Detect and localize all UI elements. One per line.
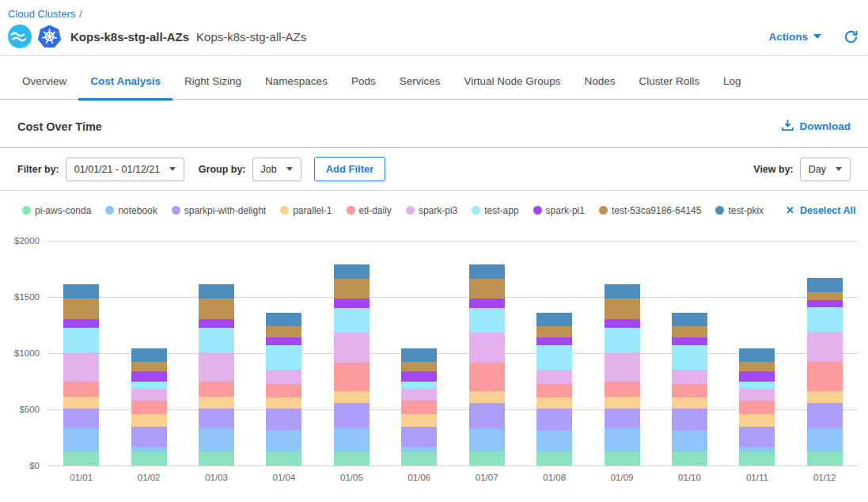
stacked-bar-01/09[interactable] — [605, 241, 640, 466]
bar-segment-test-53ca9186-64145[interactable] — [199, 299, 234, 320]
bar-segment-spark-pi3[interactable] — [131, 389, 167, 401]
legend-item-parallel-1[interactable]: parallel-1 — [280, 205, 332, 216]
bar-segment-notebook[interactable] — [63, 428, 99, 451]
bar-segment-test-app[interactable] — [605, 328, 640, 352]
bar-segment-test-pkix[interactable] — [131, 348, 167, 362]
bar-segment-test-pkix[interactable] — [536, 313, 572, 326]
bar-segment-test-pkix[interactable] — [672, 313, 707, 326]
bar-segment-pi-aws-conda[interactable] — [536, 451, 572, 466]
bar-segment-test-pkix[interactable] — [739, 348, 775, 362]
bar-segment-notebook[interactable] — [199, 428, 234, 451]
stacked-bar-01/02[interactable] — [131, 241, 167, 466]
bar-segment-spark-pi1[interactable] — [536, 337, 572, 345]
bar-segment-parallel-1[interactable] — [807, 391, 843, 402]
bar-segment-spark-pi3[interactable] — [536, 370, 572, 384]
bar-segment-test-app[interactable] — [199, 328, 234, 352]
stacked-bar-01/01[interactable] — [63, 241, 99, 466]
bar-segment-etl-daily[interactable] — [131, 401, 167, 414]
tab-cost-analysis[interactable]: Cost Analysis — [78, 75, 172, 99]
download-button[interactable]: Download — [781, 119, 851, 134]
bar-segment-parallel-1[interactable] — [401, 414, 437, 427]
bar-segment-etl-daily[interactable] — [605, 382, 640, 397]
bar-segment-test-app[interactable] — [469, 308, 505, 333]
bar-segment-test-53ca9186-64145[interactable] — [739, 362, 775, 372]
tab-nodes[interactable]: Nodes — [573, 75, 627, 99]
bar-segment-test-app[interactable] — [131, 382, 167, 389]
bar-segment-sparkpi-with-delight[interactable] — [401, 427, 437, 447]
bar-segment-etl-daily[interactable] — [469, 363, 505, 391]
bar-segment-test-53ca9186-64145[interactable] — [266, 326, 301, 337]
bar-segment-notebook[interactable] — [469, 428, 505, 451]
bar-segment-etl-daily[interactable] — [807, 362, 843, 391]
bar-segment-etl-daily[interactable] — [536, 384, 572, 397]
bar-segment-sparkpi-with-delight[interactable] — [63, 409, 99, 429]
bar-segment-notebook[interactable] — [266, 430, 301, 451]
bar-segment-test-53ca9186-64145[interactable] — [63, 299, 99, 320]
legend-item-pi-aws-conda[interactable]: pi-aws-conda — [22, 205, 91, 216]
bar-segment-test-53ca9186-64145[interactable] — [469, 279, 505, 298]
bar-segment-test-pkix[interactable] — [605, 284, 640, 298]
bar-segment-test-53ca9186-64145[interactable] — [536, 326, 572, 337]
bar-segment-parallel-1[interactable] — [469, 391, 505, 402]
bar-segment-sparkpi-with-delight[interactable] — [199, 409, 234, 429]
bar-segment-test-pkix[interactable] — [266, 313, 301, 326]
tab-cluster-rolls[interactable]: Cluster Rolls — [627, 75, 712, 99]
stacked-bar-01/11[interactable] — [739, 241, 775, 466]
add-filter-button[interactable]: Add Filter — [314, 157, 386, 181]
bar-segment-notebook[interactable] — [807, 428, 843, 451]
bar-segment-test-53ca9186-64145[interactable] — [807, 292, 843, 300]
bar-segment-pi-aws-conda[interactable] — [199, 451, 234, 466]
bar-segment-test-app[interactable] — [672, 345, 707, 370]
legend-item-test-app[interactable]: test-app — [472, 205, 518, 216]
bar-segment-sparkpi-with-delight[interactable] — [605, 409, 640, 429]
deselect-all-button[interactable]: ✕ Deselect All — [786, 204, 855, 216]
stacked-bar-01/05[interactable] — [334, 241, 370, 466]
bar-segment-test-53ca9186-64145[interactable] — [131, 362, 167, 372]
tab-log[interactable]: Log — [711, 75, 753, 99]
bar-segment-spark-pi1[interactable] — [266, 337, 301, 345]
bar-segment-test-53ca9186-64145[interactable] — [401, 362, 437, 372]
bar-segment-parallel-1[interactable] — [672, 397, 707, 408]
date-range-select[interactable]: 01/01/21 - 01/12/21 — [66, 158, 184, 181]
bar-segment-sparkpi-with-delight[interactable] — [536, 409, 572, 430]
stacked-bar-01/08[interactable] — [536, 241, 572, 466]
bar-segment-spark-pi3[interactable] — [807, 332, 843, 362]
legend-item-test-pkix[interactable]: test-pkix — [715, 205, 764, 216]
bar-segment-etl-daily[interactable] — [266, 384, 301, 397]
bar-segment-pi-aws-conda[interactable] — [334, 451, 370, 466]
bar-segment-sparkpi-with-delight[interactable] — [739, 427, 775, 447]
bar-segment-sparkpi-with-delight[interactable] — [266, 409, 301, 430]
tab-pods[interactable]: Pods — [339, 75, 388, 99]
bar-segment-spark-pi1[interactable] — [401, 371, 437, 382]
bar-segment-parallel-1[interactable] — [739, 414, 775, 427]
bar-segment-spark-pi3[interactable] — [334, 333, 370, 363]
bar-segment-notebook[interactable] — [334, 428, 370, 451]
bar-segment-etl-daily[interactable] — [401, 401, 437, 414]
stacked-bar-01/04[interactable] — [266, 241, 301, 466]
bar-segment-parallel-1[interactable] — [266, 397, 301, 408]
bar-segment-test-pkix[interactable] — [199, 284, 234, 298]
bar-segment-spark-pi1[interactable] — [334, 299, 370, 309]
bar-segment-parallel-1[interactable] — [199, 397, 234, 408]
bar-segment-parallel-1[interactable] — [63, 397, 99, 408]
bar-segment-test-app[interactable] — [63, 328, 99, 352]
tab-services[interactable]: Services — [388, 75, 453, 99]
tab-right-sizing[interactable]: Right Sizing — [172, 75, 253, 99]
bar-segment-pi-aws-conda[interactable] — [807, 451, 843, 466]
bar-segment-notebook[interactable] — [672, 430, 707, 451]
bar-segment-spark-pi3[interactable] — [739, 389, 775, 401]
bar-segment-etl-daily[interactable] — [334, 363, 370, 391]
bar-segment-spark-pi3[interactable] — [672, 370, 707, 384]
bar-segment-test-app[interactable] — [334, 308, 370, 333]
bar-segment-test-app[interactable] — [401, 382, 437, 389]
legend-item-test-53ca9186-64145[interactable]: test-53ca9186-64145 — [599, 205, 701, 216]
bar-segment-test-pkix[interactable] — [807, 278, 843, 292]
stacked-bar-01/07[interactable] — [469, 241, 505, 466]
bar-segment-spark-pi1[interactable] — [131, 371, 167, 382]
bar-segment-spark-pi1[interactable] — [469, 299, 505, 309]
bar-segment-etl-daily[interactable] — [63, 382, 99, 397]
bar-segment-parallel-1[interactable] — [536, 397, 572, 408]
bar-segment-notebook[interactable] — [605, 428, 640, 451]
bar-segment-spark-pi3[interactable] — [605, 352, 640, 382]
stacked-bar-01/03[interactable] — [199, 241, 234, 466]
